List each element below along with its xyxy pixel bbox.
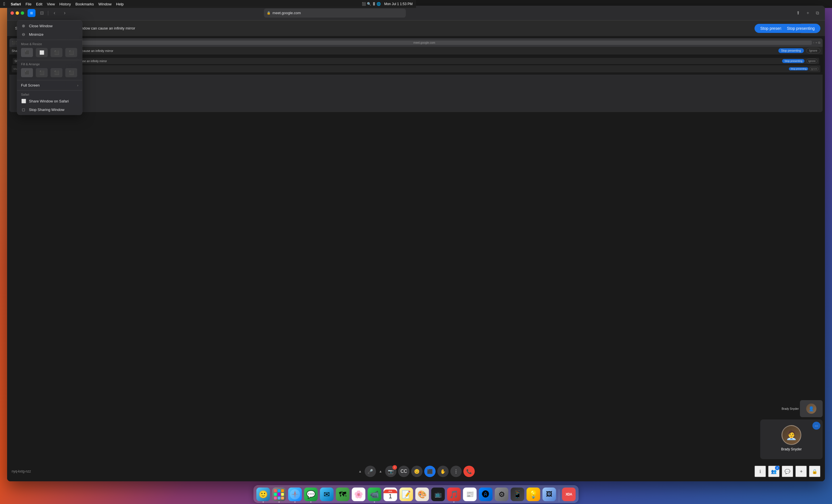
menubar-history[interactable]: History [59, 2, 71, 6]
close-window-label: Close Window [29, 24, 52, 28]
move-resize-label: Move & Resize [17, 41, 82, 46]
minimize-item[interactable]: ⊖ Minimize [17, 30, 82, 38]
address-bar[interactable]: 🔒 meet.google.com [264, 8, 406, 18]
menubar-icons: ⬛ 🔍 🎛 🌐 [362, 2, 381, 6]
context-menu: ⊗ Close Window ⊖ Minimize Move & Resize … [17, 21, 82, 115]
tab-icon[interactable]: ⊞ [28, 9, 35, 17]
lock-icon: 🔒 [267, 11, 271, 15]
safari-section-label: Safari [17, 92, 82, 97]
minimize-label: Minimize [29, 32, 44, 36]
menubar-right: ⬛ 🔍 🎛 🌐 Mon Jul 1 1:53 PM [362, 2, 413, 6]
menubar-file[interactable]: File [26, 2, 31, 6]
separator-3 [17, 80, 82, 80]
url-text: meet.google.com [272, 11, 301, 15]
layout-left[interactable]: ⬛ [21, 48, 33, 57]
layout-right[interactable]: ⬜ [36, 48, 48, 57]
stop-sharing-icon: ◻ [21, 107, 26, 112]
stop-sharing-item[interactable]: ◻ Stop Sharing Window [17, 105, 82, 114]
fill-half[interactable]: ⬛ [36, 68, 48, 77]
menubar-bookmarks[interactable]: Bookmarks [76, 2, 94, 6]
fill-quarter[interactable]: ⬛ [51, 68, 62, 77]
apple-menu[interactable]:  [3, 1, 5, 6]
minus-circle-icon: ⊖ [21, 32, 26, 37]
layout-bottom[interactable]: ⬛ [65, 48, 77, 57]
sidebar-toggle[interactable]: ⊟ [38, 9, 46, 17]
fill-arrange-label: Fill & Arrange [17, 61, 82, 67]
stop-sharing-label: Stop Sharing Window [29, 108, 64, 112]
menubar:  Safari File Edit View History Bookmark… [0, 0, 416, 8]
close-window-item[interactable]: ⊗ Close Window [17, 22, 82, 30]
menubar-help[interactable]: Help [116, 2, 124, 6]
separator-4 [17, 90, 82, 90]
share-window-label: Share Window on Safari [29, 99, 69, 103]
menubar-time: Mon Jul 1 1:53 PM [384, 2, 413, 6]
fullscreen-button[interactable] [21, 11, 24, 15]
menubar-view[interactable]: View [47, 2, 55, 6]
close-button[interactable] [10, 11, 14, 15]
divider [48, 11, 48, 15]
fill-arrange-grid: ⬛ ⬛ ⬛ ⬛ [17, 67, 82, 79]
menubar-app-name[interactable]: Safari [11, 2, 21, 6]
separator-2 [17, 60, 82, 60]
fill-full[interactable]: ⬛ [21, 68, 33, 77]
minimize-button[interactable] [16, 11, 19, 15]
separator-1 [17, 40, 82, 40]
chevron-right-icon: › [77, 83, 78, 87]
move-resize-grid: ⬛ ⬜ ⬛ ⬛ [17, 46, 82, 59]
full-screen-label: Full Screen [21, 83, 40, 87]
back-button[interactable]: ‹ [51, 9, 58, 17]
menubar-window[interactable]: Window [99, 2, 111, 6]
share-window-icon: ⬜ [21, 99, 26, 104]
layout-top[interactable]: ⬛ [51, 48, 62, 57]
share-window-item[interactable]: ⬜ Share Window on Safari [17, 97, 82, 105]
traffic-lights [10, 11, 24, 15]
menubar-edit[interactable]: Edit [36, 2, 42, 6]
fill-third[interactable]: ⬛ [65, 68, 77, 77]
full-screen-item[interactable]: Full Screen › [17, 81, 82, 89]
close-circle-icon: ⊗ [21, 23, 26, 28]
forward-button[interactable]: › [61, 9, 69, 17]
